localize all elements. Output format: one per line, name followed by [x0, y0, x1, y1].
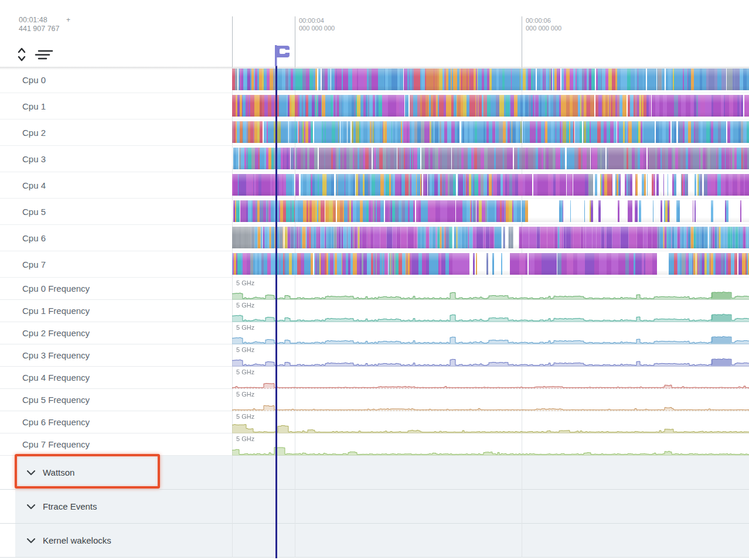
cpu-frequency-canvas[interactable] [232, 300, 749, 322]
track-label: Cpu 3 Frequency [22, 350, 90, 360]
cpu-frequency-track[interactable]: 5 GHz [232, 278, 749, 299]
cpu-slices-track[interactable] [232, 225, 749, 251]
trace-time-display: 00:01:48 441 907 767 [19, 16, 60, 33]
cpu-frequency-track-row[interactable]: 5 GHz Cpu 0 Frequency [0, 278, 749, 300]
sort-lines-icon [34, 54, 54, 63]
cpu-slices-track[interactable] [232, 67, 749, 93]
track-label-cell[interactable]: Cpu 3 [15, 146, 232, 172]
track-label: Cpu 7 [22, 259, 46, 269]
cpu-frequency-canvas[interactable] [232, 433, 749, 456]
cpu-slices-canvas[interactable] [232, 200, 749, 222]
ruler-tick-label: 00:00:06000 000 000 [526, 17, 561, 32]
cpu-track-row[interactable]: Cpu 5 [0, 199, 749, 225]
group-label: Wattson [43, 467, 74, 477]
cpu-slices-canvas[interactable] [232, 148, 749, 169]
track-label: Cpu 4 Frequency [22, 373, 90, 383]
frequency-scale-label: 5 GHz [236, 346, 254, 353]
cpu-slices-canvas[interactable] [232, 227, 749, 248]
chevron-down-icon[interactable] [27, 501, 35, 512]
cpu-track-row[interactable]: Cpu 3 [0, 146, 749, 172]
cpu-frequency-track[interactable]: 5 GHz [232, 322, 749, 344]
cpu-frequency-canvas[interactable] [232, 322, 749, 344]
cpu-frequency-canvas[interactable] [232, 389, 749, 411]
cpu-frequency-canvas[interactable] [232, 344, 749, 367]
cpu-slices-canvas[interactable] [232, 69, 749, 90]
track-label: Cpu 7 Frequency [22, 439, 90, 449]
cpu-slices-track[interactable] [232, 172, 749, 198]
track-label-cell[interactable]: Cpu 4 [15, 172, 232, 198]
cpu-track-row[interactable]: Cpu 4 [0, 172, 749, 199]
track-label: Cpu 3 [22, 154, 46, 164]
track-label: Cpu 1 [22, 101, 46, 111]
cpu-frequency-track[interactable]: 5 GHz [232, 411, 749, 433]
track-label-cell[interactable]: Cpu 6 Frequency [15, 411, 232, 433]
track-group-row[interactable]: Ftrace Events [0, 490, 749, 524]
frequency-scale-label: 5 GHz [236, 324, 254, 331]
cpu-slices-track[interactable] [232, 251, 749, 277]
highlight-box [15, 454, 160, 489]
cpu-slices-canvas[interactable] [232, 174, 749, 196]
cpu-slices-canvas[interactable] [232, 121, 749, 143]
track-label: Cpu 1 Frequency [22, 306, 90, 316]
track-label-cell[interactable]: Cpu 7 Frequency [15, 433, 232, 455]
cpu-track-row[interactable]: Cpu 2 [0, 119, 749, 146]
cpu-track-row[interactable]: Cpu 1 [0, 93, 749, 119]
cpu-frequency-track-row[interactable]: 5 GHz Cpu 1 Frequency [0, 300, 749, 322]
cpu-frequency-canvas[interactable] [232, 278, 749, 300]
track-group-row[interactable]: Kernel wakelocks [0, 524, 749, 558]
cpu-frequency-track[interactable]: 5 GHz [232, 433, 749, 455]
cpu-frequency-canvas[interactable] [232, 411, 749, 433]
frequency-scale-label: 5 GHz [236, 302, 254, 309]
track-label-cell[interactable]: Cpu 0 [15, 67, 232, 93]
cpu-slices-canvas[interactable] [232, 253, 749, 275]
sort-tracks-button[interactable] [34, 49, 54, 63]
group-label: Ftrace Events [43, 501, 97, 511]
cpu-frequency-canvas[interactable] [232, 367, 749, 389]
cpu-frequency-track-row[interactable]: 5 GHz Cpu 6 Frequency [0, 411, 749, 433]
track-label-cell[interactable]: Cpu 4 Frequency [15, 367, 232, 388]
expand-collapse-tracks-button[interactable] [16, 46, 27, 65]
track-label: Cpu 2 [22, 128, 46, 138]
track-label-cell[interactable]: Cpu 7 [15, 251, 232, 277]
cpu-frequency-track[interactable]: 5 GHz [232, 344, 749, 366]
unfold-chevrons-icon [16, 56, 27, 65]
chevron-down-icon[interactable] [27, 467, 35, 478]
track-label-cell[interactable]: Cpu 3 Frequency [15, 344, 232, 366]
cpu-frequency-track-row[interactable]: 5 GHz Cpu 2 Frequency [0, 322, 749, 344]
cpu-frequency-track-row[interactable]: 5 GHz Cpu 4 Frequency [0, 367, 749, 389]
chevron-down-icon[interactable] [27, 535, 35, 546]
cpu-frequency-track-row[interactable]: 5 GHz Cpu 7 Frequency [0, 433, 749, 456]
cpu-frequency-track[interactable]: 5 GHz [232, 389, 749, 411]
cpu-frequency-track-row[interactable]: 5 GHz Cpu 3 Frequency [0, 344, 749, 367]
track-label-cell[interactable]: Cpu 2 [15, 119, 232, 145]
track-label: Cpu 2 Frequency [22, 328, 90, 338]
cpu-track-row[interactable]: Cpu 6 [0, 225, 749, 251]
flag-button[interactable] [275, 45, 292, 68]
frequency-scale-label: 5 GHz [236, 368, 254, 375]
frequency-scale-label: 5 GHz [236, 279, 254, 286]
cpu-slices-canvas[interactable] [232, 95, 749, 117]
cpu-track-row[interactable]: Cpu 0 [0, 67, 749, 93]
track-label-cell[interactable]: Cpu 5 [15, 199, 232, 224]
cpu-frequency-track-row[interactable]: 5 GHz Cpu 5 Frequency [0, 389, 749, 411]
flag-icon [275, 59, 292, 68]
track-label: Cpu 4 [22, 180, 46, 190]
cpu-track-row[interactable]: Cpu 7 [0, 251, 749, 278]
time-ruler[interactable] [232, 0, 749, 67]
flag-marker-line[interactable] [275, 66, 277, 558]
cpu-slices-track[interactable] [232, 119, 749, 145]
trace-time-hms: 00:01:48 [19, 16, 60, 25]
track-label-cell[interactable]: Cpu 1 [15, 93, 232, 119]
cpu-slices-track[interactable] [232, 199, 749, 224]
cpu-frequency-track[interactable]: 5 GHz [232, 367, 749, 388]
frequency-scale-label: 5 GHz [236, 413, 254, 420]
track-label-cell[interactable]: Cpu 5 Frequency [15, 389, 232, 411]
track-label-cell[interactable]: Cpu 6 [15, 225, 232, 251]
track-label-cell[interactable]: Cpu 2 Frequency [15, 322, 232, 344]
track-label-cell[interactable]: Cpu 1 Frequency [15, 300, 232, 322]
cpu-frequency-track[interactable]: 5 GHz [232, 300, 749, 322]
cpu-slices-track[interactable] [232, 93, 749, 119]
track-group-row[interactable]: Wattson [0, 456, 749, 490]
track-label-cell[interactable]: Cpu 0 Frequency [15, 278, 232, 299]
cpu-slices-track[interactable] [232, 146, 749, 172]
